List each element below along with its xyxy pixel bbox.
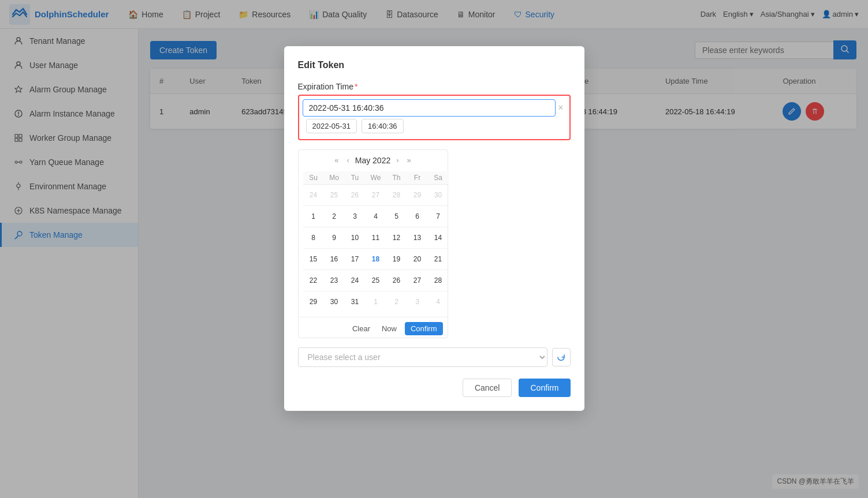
cal-week-row: 2930311234 [303, 291, 449, 313]
cal-day[interactable]: 13 [409, 230, 426, 246]
cal-day[interactable]: 24 [347, 272, 363, 289]
expiration-time-group: Expiration Time* × 2022-05-31 16:40:36 [298, 82, 571, 140]
confirm-button[interactable]: Confirm [519, 379, 570, 397]
cal-day[interactable]: 9 [326, 230, 342, 246]
cal-day[interactable]: 2 [326, 208, 342, 224]
cal-day[interactable]: 19 [389, 251, 405, 267]
cal-day[interactable]: 30 [430, 187, 446, 203]
cal-next-next-btn[interactable]: » [405, 155, 413, 166]
datetime-input-row: × [303, 99, 566, 117]
cal-day[interactable]: 26 [347, 187, 363, 203]
cal-day[interactable]: 4 [368, 208, 384, 224]
date-part[interactable]: 2022-05-31 [306, 119, 357, 133]
cal-week-row: 15161718192021 [303, 249, 449, 270]
cal-day-cell: 24 [303, 185, 324, 206]
cal-clear-btn[interactable]: Clear [349, 323, 374, 334]
cal-day-cell: 28 [428, 270, 449, 291]
cal-next-btn[interactable]: › [394, 155, 401, 166]
cal-day[interactable]: 18 [368, 251, 384, 267]
cal-day[interactable]: 4 [430, 294, 446, 310]
calendar-footer: Clear Now Confirm [299, 317, 448, 338]
cal-day[interactable]: 11 [368, 230, 384, 246]
cal-day[interactable]: 2 [389, 294, 405, 310]
cal-day[interactable]: 12 [389, 230, 405, 246]
calendar-month[interactable]: May 2022 [355, 156, 390, 165]
cal-day-cell: 2 [386, 291, 407, 313]
cal-day[interactable]: 22 [306, 272, 322, 289]
user-select-row: Please select a user [298, 347, 571, 367]
cal-day-cell: 19 [386, 249, 407, 270]
clear-datetime-icon[interactable]: × [556, 100, 565, 115]
cal-day-cell: 16 [324, 249, 345, 270]
cancel-button[interactable]: Cancel [463, 379, 512, 397]
cal-day[interactable]: 29 [306, 294, 322, 310]
cal-prev-prev-btn[interactable]: « [332, 155, 341, 166]
cal-day[interactable]: 25 [368, 272, 384, 289]
cal-day[interactable]: 25 [326, 187, 342, 203]
cal-week-row: 22232425262728 [303, 270, 449, 291]
refresh-icon [557, 353, 566, 362]
time-part[interactable]: 16:40:36 [362, 119, 404, 133]
cal-day[interactable]: 30 [326, 294, 342, 310]
cal-now-btn[interactable]: Now [378, 323, 400, 334]
cal-day[interactable]: 27 [409, 272, 426, 289]
cal-day[interactable]: 26 [389, 272, 405, 289]
cal-day-cell: 20 [407, 249, 428, 270]
cal-week-row: 891011121314 [303, 227, 449, 249]
cal-weekday: Tu [345, 171, 366, 185]
cal-day-cell: 25 [366, 270, 386, 291]
cal-week-row: 24252627282930 [303, 185, 449, 206]
user-select[interactable]: Please select a user [298, 347, 547, 367]
cal-day[interactable]: 29 [409, 187, 426, 203]
cal-day[interactable]: 5 [389, 208, 405, 224]
cal-day[interactable]: 31 [347, 294, 363, 310]
cal-day-cell: 26 [345, 185, 366, 206]
cal-day[interactable]: 24 [306, 187, 322, 203]
cal-day[interactable]: 1 [368, 294, 384, 310]
cal-day[interactable]: 28 [389, 187, 405, 203]
cal-day[interactable]: 20 [409, 251, 426, 267]
cal-day[interactable]: 27 [368, 187, 384, 203]
cal-day-cell: 7 [428, 206, 449, 227]
cal-day-cell: 4 [428, 291, 449, 313]
cal-day-cell: 13 [407, 227, 428, 249]
cal-day[interactable]: 16 [326, 251, 342, 267]
expiration-label: Expiration Time* [298, 82, 571, 91]
cal-day-cell: 3 [407, 291, 428, 313]
cal-day[interactable]: 7 [430, 208, 446, 224]
cal-day[interactable]: 17 [347, 251, 363, 267]
modal-overlay: Edit Token Expiration Time* × 2022-05-31… [0, 0, 868, 498]
cal-day-cell: 10 [345, 227, 366, 249]
cal-day-cell: 5 [386, 206, 407, 227]
datetime-input[interactable] [303, 99, 556, 117]
datetime-wrapper: × 2022-05-31 16:40:36 [298, 95, 571, 140]
cal-day-cell: 26 [386, 270, 407, 291]
cal-day[interactable]: 15 [306, 251, 322, 267]
cal-confirm-btn[interactable]: Confirm [405, 322, 443, 335]
cal-weekday: Su [303, 171, 324, 185]
cal-day[interactable]: 28 [430, 272, 446, 289]
cal-day[interactable]: 3 [409, 294, 426, 310]
cal-day[interactable]: 3 [347, 208, 363, 224]
calendar-picker: « ‹ May 2022 › » SuMoTuWeThFrSa 24252627… [298, 149, 448, 338]
cal-day[interactable]: 6 [409, 208, 426, 224]
cal-prev-btn[interactable]: ‹ [344, 155, 351, 166]
cal-day[interactable]: 10 [347, 230, 363, 246]
calendar-header: « ‹ May 2022 › » [303, 155, 443, 166]
cal-weekday: We [366, 171, 386, 185]
cal-weekday: Mo [324, 171, 345, 185]
cal-day[interactable]: 23 [326, 272, 342, 289]
cal-day-cell: 12 [386, 227, 407, 249]
cal-day[interactable]: 1 [306, 208, 322, 224]
cal-day[interactable]: 8 [306, 230, 322, 246]
cal-day[interactable]: 21 [430, 251, 446, 267]
cal-day-cell: 28 [386, 185, 407, 206]
cal-day-cell: 2 [324, 206, 345, 227]
cal-day-cell: 23 [324, 270, 345, 291]
refresh-button[interactable] [552, 348, 571, 366]
cal-weekday: Sa [428, 171, 449, 185]
modal-footer: Cancel Confirm [298, 379, 571, 397]
cal-day[interactable]: 14 [430, 230, 446, 246]
cal-day-cell: 30 [428, 185, 449, 206]
cal-day-cell: 31 [345, 291, 366, 313]
